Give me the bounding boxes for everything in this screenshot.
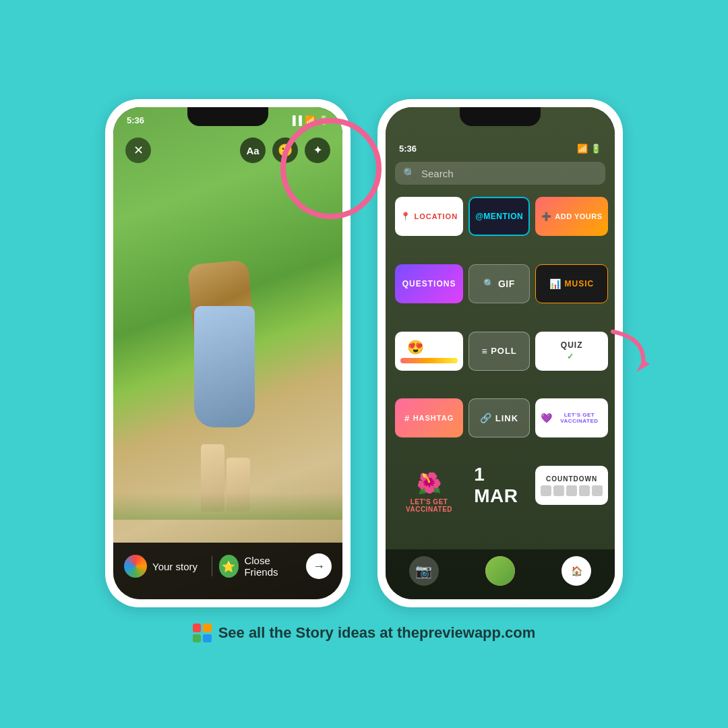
sticker-music[interactable]: 📊 MUSIC xyxy=(535,264,608,303)
time-right: 5:36 xyxy=(399,144,417,154)
signal-icon: ▐▐ xyxy=(290,115,302,125)
sticker-add-yours[interactable]: ➕ ADD YOURS xyxy=(535,197,608,236)
notch xyxy=(187,107,268,126)
status-icons-right: 📶 🔋 xyxy=(577,144,601,154)
sticker-date[interactable]: 1 MAR xyxy=(468,466,530,505)
your-story-label: Your story xyxy=(152,561,198,572)
quiz-label: QUIZ xyxy=(561,340,583,350)
sparkle-icon: ✦ xyxy=(313,144,322,156)
story-photo: 5:36 ▐▐ 📶 🔋 ✕ Aa xyxy=(113,107,342,599)
text-tool-button[interactable]: Aa xyxy=(240,138,266,163)
date-label: 1 MAR xyxy=(474,464,524,507)
location-icon: 📍 xyxy=(400,212,411,221)
story-toolbar: ✕ Aa 🙂 ✦ xyxy=(113,138,342,163)
countdown-label: COUNTDOWN xyxy=(546,475,597,483)
music-label: MUSIC xyxy=(565,279,595,289)
status-icons-left: ▐▐ 📶 🔋 xyxy=(290,115,329,125)
divider xyxy=(212,556,212,576)
camera-nav-icon[interactable]: 📷 xyxy=(409,556,439,586)
vaccinated-icon: 💜 xyxy=(541,413,553,423)
sticker-quiz[interactable]: QUIZ ✓ xyxy=(535,332,608,371)
status-bar-right: 5:36 📶 🔋 xyxy=(386,135,615,156)
battery-icon: 🔋 xyxy=(318,115,329,125)
poll-label: POLL xyxy=(491,346,517,356)
music-icon: 📊 xyxy=(549,278,562,289)
sticker-search-bar[interactable]: 🔍 Search xyxy=(395,162,605,185)
link-icon: 🔗 xyxy=(480,413,492,423)
sticker-emoji-slider[interactable]: 😍 xyxy=(395,332,463,371)
close-friends-label: Close Friends xyxy=(244,555,299,578)
sticker-mention[interactable]: @MENTION xyxy=(468,197,530,236)
location-label: LOCATION xyxy=(415,212,458,220)
face-icon: 🙂 xyxy=(278,143,293,158)
bottom-text-bar: See all the Story ideas at thepreviewapp… xyxy=(193,624,536,642)
gif-search-icon: 🔍 xyxy=(483,278,495,289)
countdown-cells xyxy=(541,485,603,496)
right-bottom-nav: 📷 🏠 xyxy=(386,549,615,599)
close-button[interactable]: ✕ xyxy=(125,138,151,163)
toolbar-icons: Aa 🙂 ✦ xyxy=(240,138,330,163)
arrow-icon: → xyxy=(313,559,325,574)
hashtag-label: HASHTAG xyxy=(413,414,454,422)
sticker-panel: 5:36 📶 🔋 🔍 Search xyxy=(386,107,615,599)
search-icon: 🔍 xyxy=(403,167,416,179)
sticker-questions[interactable]: QUESTIONS xyxy=(395,264,463,303)
sticker-hashtag[interactable]: # HASHTAG xyxy=(395,398,463,437)
sticker-content: 5:36 📶 🔋 🔍 Search xyxy=(386,107,615,599)
sticker-poll[interactable]: ≡ POLL xyxy=(468,332,530,371)
grid-logo-icon xyxy=(193,624,212,642)
sparkle-button[interactable]: ✦ xyxy=(305,138,330,163)
pink-arrow xyxy=(606,325,660,382)
battery-icon-right: 🔋 xyxy=(590,144,601,154)
vaccinated-label: LET'S GET VACCINATED xyxy=(556,412,603,425)
link-label: LINK xyxy=(495,413,518,423)
close-friends-option[interactable]: ⭐ Close Friends xyxy=(219,555,300,578)
sticker-vaccine-sticker[interactable]: 🌺 let's getvaccinated xyxy=(395,466,463,520)
slider-track xyxy=(400,358,458,363)
sticker-location[interactable]: 📍 LOCATION xyxy=(395,197,463,236)
green-circle-icon: ⭐ xyxy=(219,555,239,578)
sticker-countdown[interactable]: COUNTDOWN xyxy=(535,466,608,505)
addyours-icon: ➕ xyxy=(541,212,552,221)
wifi-icon-right: 📶 xyxy=(577,144,588,154)
left-phone: 5:36 ▐▐ 📶 🔋 ✕ Aa xyxy=(105,99,351,607)
close-icon: ✕ xyxy=(133,143,144,158)
camera-icon: 📷 xyxy=(415,563,432,579)
share-bar: Your story ⭐ Close Friends → xyxy=(113,543,342,599)
sticker-vaccinated[interactable]: 💜 LET'S GET VACCINATED xyxy=(535,398,608,437)
stay-home-nav-icon[interactable]: 🏠 xyxy=(562,556,591,586)
woman-figure xyxy=(167,255,289,512)
search-placeholder: Search xyxy=(421,168,454,179)
footer-text: See all the Story ideas at thepreviewapp… xyxy=(218,624,536,642)
emoji-slider-icon: 😍 xyxy=(407,339,425,355)
questions-label: QUESTIONS xyxy=(402,279,456,289)
sticker-grid: 📍 LOCATION @MENTION ➕ ADD YOURS QUE xyxy=(386,190,615,549)
gif-label: GIF xyxy=(498,278,515,289)
poll-icon: ≡ xyxy=(481,346,487,357)
mention-label: @MENTION xyxy=(475,212,523,221)
sticker-gif[interactable]: 🔍 GIF xyxy=(468,264,530,303)
your-story-option[interactable]: Your story xyxy=(124,555,205,578)
share-arrow-button[interactable]: → xyxy=(306,553,332,579)
sticker-link[interactable]: 🔗 LINK xyxy=(468,398,530,437)
notch-right xyxy=(460,107,541,126)
hashtag-icon: # xyxy=(404,413,410,423)
stay-home-icon: 🏠 xyxy=(571,566,582,576)
wifi-icon: 📶 xyxy=(305,115,315,125)
gradient-circle-icon xyxy=(124,555,147,578)
right-phone: 5:36 📶 🔋 🔍 Search xyxy=(377,99,623,607)
svg-marker-0 xyxy=(636,360,650,372)
gallery-nav-icon[interactable] xyxy=(485,556,515,586)
time-left: 5:36 xyxy=(127,115,144,125)
face-filter-button[interactable]: 🙂 xyxy=(272,138,298,163)
quiz-check-icon: ✓ xyxy=(567,352,574,361)
addyours-label: ADD YOURS xyxy=(555,212,602,220)
